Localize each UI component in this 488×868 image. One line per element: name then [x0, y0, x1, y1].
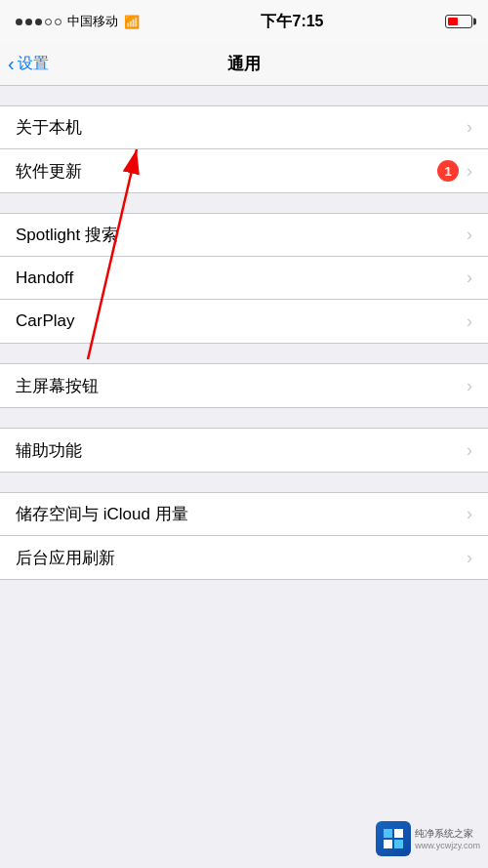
svg-rect-3: [394, 829, 403, 838]
table-group-3: 主屏幕按钮 ›: [0, 363, 488, 408]
accessibility-chevron-icon: ›: [467, 440, 472, 461]
signal-dot-1: [16, 19, 22, 25]
section-about: 关于本机 › 软件更新 1 ›: [0, 105, 488, 193]
about-label: 关于本机: [16, 116, 467, 139]
software-update-row[interactable]: 软件更新 1 ›: [0, 149, 488, 192]
section-accessibility: 辅助功能 ›: [0, 428, 488, 473]
carrier-label: 中国移动: [67, 13, 118, 30]
watermark-text-block: 纯净系统之家 www.ycwjzy.com: [415, 827, 480, 850]
watermark-site-label: 纯净系统之家: [415, 827, 480, 841]
background-refresh-row-right: ›: [467, 548, 472, 568]
carplay-row-right: ›: [467, 311, 472, 332]
accessibility-label: 辅助功能: [16, 439, 467, 462]
svg-rect-2: [384, 829, 392, 838]
page-title: 通用: [227, 53, 261, 75]
home-button-row-right: ›: [467, 376, 472, 396]
spotlight-label: Spotlight 搜索: [16, 224, 467, 246]
status-right: [445, 15, 472, 28]
home-button-row[interactable]: 主屏幕按钮 ›: [0, 364, 488, 407]
table-group-1: 关于本机 › 软件更新 1 ›: [0, 105, 488, 193]
about-row[interactable]: 关于本机 ›: [0, 106, 488, 149]
icloud-storage-row[interactable]: 储存空间与 iCloud 用量 ›: [0, 493, 488, 536]
carplay-chevron-icon: ›: [467, 311, 472, 332]
battery-icon: [445, 15, 472, 28]
background-refresh-chevron-icon: ›: [467, 548, 472, 568]
section-storage: 储存空间与 iCloud 用量 › 后台应用刷新 ›: [0, 492, 488, 580]
spotlight-row[interactable]: Spotlight 搜索 ›: [0, 214, 488, 257]
about-row-right: ›: [467, 117, 472, 138]
background-refresh-row[interactable]: 后台应用刷新 ›: [0, 536, 488, 579]
signal-dot-3: [35, 19, 42, 25]
spotlight-row-right: ›: [467, 225, 472, 245]
about-chevron-icon: ›: [467, 117, 472, 138]
watermark-url-label: www.ycwjzy.com: [415, 841, 480, 850]
software-update-chevron-icon: ›: [467, 161, 472, 182]
handoff-label: Handoff: [16, 269, 467, 288]
home-button-label: 主屏幕按钮: [16, 375, 467, 397]
icloud-storage-label: 储存空间与 iCloud 用量: [16, 503, 467, 525]
watermark: 纯净系统之家 www.ycwjzy.com: [376, 821, 480, 856]
background-refresh-label: 后台应用刷新: [16, 547, 467, 569]
home-button-chevron-icon: ›: [467, 376, 472, 396]
accessibility-row-right: ›: [467, 440, 472, 461]
svg-rect-4: [384, 840, 392, 848]
icloud-storage-chevron-icon: ›: [467, 504, 472, 524]
table-group-2: Spotlight 搜索 › Handoff › CarPlay ›: [0, 213, 488, 344]
signal-dot-2: [25, 19, 32, 25]
table-group-5: 储存空间与 iCloud 用量 › 后台应用刷新 ›: [0, 492, 488, 580]
status-time: 下午7:15: [261, 12, 323, 32]
status-left: 中国移动 📶: [16, 13, 140, 30]
status-bar: 中国移动 📶 下午7:15: [0, 0, 488, 43]
handoff-chevron-icon: ›: [467, 268, 472, 288]
software-update-row-right: 1 ›: [437, 160, 472, 182]
signal-icon: [16, 19, 61, 25]
watermark-icon-svg: [382, 827, 405, 850]
back-label: 设置: [18, 54, 49, 74]
back-button[interactable]: ‹ 设置: [8, 54, 49, 75]
watermark-logo: [376, 821, 411, 856]
signal-dot-4: [45, 19, 52, 25]
handoff-row-right: ›: [467, 268, 472, 288]
signal-dot-5: [55, 19, 61, 25]
carplay-row[interactable]: CarPlay ›: [0, 300, 488, 343]
update-badge: 1: [437, 160, 459, 182]
section-home-button: 主屏幕按钮 ›: [0, 363, 488, 408]
carplay-label: CarPlay: [16, 311, 467, 331]
accessibility-row[interactable]: 辅助功能 ›: [0, 429, 488, 472]
section-spotlight: Spotlight 搜索 › Handoff › CarPlay ›: [0, 213, 488, 344]
handoff-row[interactable]: Handoff ›: [0, 257, 488, 300]
svg-rect-5: [394, 840, 403, 848]
software-update-label: 软件更新: [16, 160, 437, 183]
icloud-storage-row-right: ›: [467, 504, 472, 524]
back-arrow-icon: ‹: [8, 53, 15, 75]
battery-level: [448, 18, 458, 25]
spotlight-chevron-icon: ›: [467, 225, 472, 245]
wifi-icon: 📶: [124, 15, 140, 29]
settings-content: 关于本机 › 软件更新 1 › Spotlight 搜索 ›: [0, 86, 488, 868]
table-group-4: 辅助功能 ›: [0, 428, 488, 473]
navigation-bar: ‹ 设置 通用: [0, 43, 488, 86]
